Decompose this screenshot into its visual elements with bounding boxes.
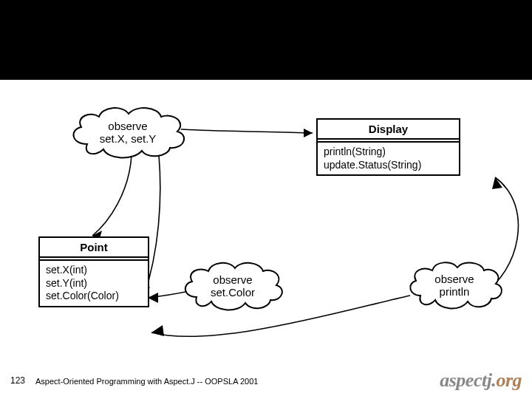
cloud-setcolor-line1: observe (213, 273, 252, 286)
cloud-observe-setcolor: observe set.Color (177, 259, 288, 313)
uml-point-methods: set.X(int) set.Y(int) set.Color(Color) (40, 261, 148, 306)
page-number: 123 (10, 375, 25, 386)
svg-marker-0 (304, 129, 313, 137)
slide: observe set.X, set.Y Display println(Str… (0, 0, 532, 399)
cloud-setcolor-line2: set.Color (211, 286, 255, 299)
svg-marker-3 (148, 293, 158, 303)
svg-marker-5 (492, 177, 502, 189)
logo-main: aspectj. (440, 369, 496, 391)
header-bar (0, 0, 532, 80)
cloud-label-setxy: observe set.X, set.Y (65, 103, 191, 161)
logo: aspectj.org (440, 369, 522, 392)
footer-text: Aspect-Oriented Programming with Aspect.… (35, 377, 258, 386)
uml-display: Display println(String) update.Status(St… (316, 118, 460, 176)
uml-point: Point set.X(int) set.Y(int) set.Color(Co… (38, 236, 149, 307)
cloud-setxy-line2: set.X, set.Y (100, 132, 157, 145)
uml-display-methods: println(String) update.Status(String) (318, 143, 459, 174)
svg-marker-4 (151, 325, 164, 336)
uml-point-title: Point (40, 238, 148, 258)
cloud-setxy-line1: observe (108, 120, 147, 132)
logo-tld: org (496, 369, 522, 391)
cloud-println-line2: println (440, 285, 470, 298)
cloud-label-setcolor: observe set.Color (177, 259, 288, 313)
uml-display-title: Display (318, 120, 459, 140)
cloud-label-println: observe println (403, 259, 506, 312)
cloud-println-line1: observe (434, 273, 474, 285)
cloud-observe-println: observe println (403, 259, 506, 312)
cloud-observe-setxy: observe set.X, set.Y (65, 103, 191, 161)
